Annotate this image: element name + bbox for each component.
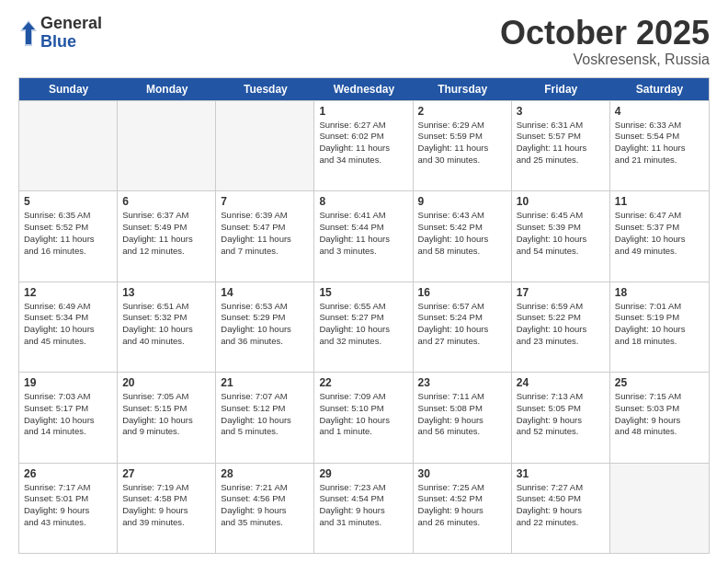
day-cell-9: 9Sunrise: 6:43 AM Sunset: 5:42 PM Daylig… [414,191,512,281]
day-info: Sunrise: 6:39 AM Sunset: 5:47 PM Dayligh… [221,210,309,257]
day-cell-10: 10Sunrise: 6:45 AM Sunset: 5:39 PM Dayli… [512,191,610,281]
day-number: 20 [122,376,210,389]
day-cell-29: 29Sunrise: 7:23 AM Sunset: 4:54 PM Dayli… [314,464,413,553]
day-cell-19: 19Sunrise: 7:03 AM Sunset: 5:17 PM Dayli… [19,373,118,462]
title-area: October 2025 Voskresensk, Russia [500,15,710,68]
day-cell-27: 27Sunrise: 7:19 AM Sunset: 4:58 PM Dayli… [118,464,216,553]
day-info: Sunrise: 6:33 AM Sunset: 5:54 PM Dayligh… [615,120,704,167]
calendar: SundayMondayTuesdayWednesdayThursdayFrid… [18,77,710,554]
day-info: Sunrise: 6:51 AM Sunset: 5:32 PM Dayligh… [122,301,210,348]
calendar-row-2: 5Sunrise: 6:35 AM Sunset: 5:52 PM Daylig… [19,190,709,281]
calendar-row-1: 1Sunrise: 6:27 AM Sunset: 6:02 PM Daylig… [19,100,709,190]
day-info: Sunrise: 7:11 AM Sunset: 5:08 PM Dayligh… [418,391,506,438]
day-info: Sunrise: 6:35 AM Sunset: 5:52 PM Dayligh… [24,210,112,257]
day-number: 13 [122,286,210,299]
day-cell-23: 23Sunrise: 7:11 AM Sunset: 5:08 PM Dayli… [414,373,512,462]
day-number: 17 [517,286,605,299]
day-cell-4: 4Sunrise: 6:33 AM Sunset: 5:54 PM Daylig… [610,101,709,190]
day-info: Sunrise: 7:03 AM Sunset: 5:17 PM Dayligh… [24,391,112,438]
day-cell-24: 24Sunrise: 7:13 AM Sunset: 5:05 PM Dayli… [512,373,610,462]
day-number: 27 [122,467,210,480]
day-info: Sunrise: 7:23 AM Sunset: 4:54 PM Dayligh… [319,482,407,529]
day-header-wednesday: Wednesday [314,78,413,100]
day-info: Sunrise: 7:09 AM Sunset: 5:10 PM Dayligh… [319,391,407,438]
day-number: 16 [418,286,506,299]
day-info: Sunrise: 6:45 AM Sunset: 5:39 PM Dayligh… [517,210,605,257]
day-info: Sunrise: 7:01 AM Sunset: 5:19 PM Dayligh… [615,301,704,348]
empty-cell-4-6 [610,464,709,553]
logo-blue-text: Blue [40,33,102,52]
day-cell-28: 28Sunrise: 7:21 AM Sunset: 4:56 PM Dayli… [216,464,314,553]
day-number: 21 [221,376,309,389]
day-header-friday: Friday [512,78,610,100]
day-number: 19 [24,376,112,389]
day-cell-5: 5Sunrise: 6:35 AM Sunset: 5:52 PM Daylig… [19,191,118,281]
day-cell-8: 8Sunrise: 6:41 AM Sunset: 5:44 PM Daylig… [314,191,413,281]
day-info: Sunrise: 7:13 AM Sunset: 5:05 PM Dayligh… [517,391,605,438]
logo: General Blue [18,15,102,52]
calendar-row-5: 26Sunrise: 7:17 AM Sunset: 5:01 PM Dayli… [19,463,709,553]
empty-cell-0-0 [19,101,118,190]
svg-marker-1 [20,20,37,46]
empty-cell-0-2 [216,101,314,190]
day-cell-1: 1Sunrise: 6:27 AM Sunset: 6:02 PM Daylig… [314,101,413,190]
logo-general-text: General [40,15,102,33]
day-cell-7: 7Sunrise: 6:39 AM Sunset: 5:47 PM Daylig… [216,191,314,281]
day-cell-13: 13Sunrise: 6:51 AM Sunset: 5:32 PM Dayli… [118,282,216,372]
day-number: 6 [122,195,210,208]
day-cell-31: 31Sunrise: 7:27 AM Sunset: 4:50 PM Dayli… [512,464,610,553]
day-number: 15 [319,286,407,299]
day-number: 18 [615,286,704,299]
empty-cell-0-1 [118,101,216,190]
day-number: 2 [418,105,506,118]
day-number: 14 [221,286,309,299]
day-number: 26 [24,467,112,480]
day-number: 30 [418,467,506,480]
day-info: Sunrise: 6:53 AM Sunset: 5:29 PM Dayligh… [221,301,309,348]
day-cell-30: 30Sunrise: 7:25 AM Sunset: 4:52 PM Dayli… [414,464,512,553]
day-info: Sunrise: 7:07 AM Sunset: 5:12 PM Dayligh… [221,391,309,438]
day-cell-17: 17Sunrise: 6:59 AM Sunset: 5:22 PM Dayli… [512,282,610,372]
day-info: Sunrise: 6:29 AM Sunset: 5:59 PM Dayligh… [418,120,506,167]
calendar-body: 1Sunrise: 6:27 AM Sunset: 6:02 PM Daylig… [19,100,709,553]
day-cell-2: 2Sunrise: 6:29 AM Sunset: 5:59 PM Daylig… [414,101,512,190]
day-info: Sunrise: 6:55 AM Sunset: 5:27 PM Dayligh… [319,301,407,348]
day-number: 22 [319,376,407,389]
day-info: Sunrise: 7:19 AM Sunset: 4:58 PM Dayligh… [122,482,210,529]
day-cell-14: 14Sunrise: 6:53 AM Sunset: 5:29 PM Dayli… [216,282,314,372]
day-info: Sunrise: 6:59 AM Sunset: 5:22 PM Dayligh… [517,301,605,348]
day-info: Sunrise: 6:49 AM Sunset: 5:34 PM Dayligh… [24,301,112,348]
day-cell-11: 11Sunrise: 6:47 AM Sunset: 5:37 PM Dayli… [610,191,709,281]
day-info: Sunrise: 6:41 AM Sunset: 5:44 PM Dayligh… [319,210,407,257]
day-info: Sunrise: 6:37 AM Sunset: 5:49 PM Dayligh… [122,210,210,257]
day-number: 8 [319,195,407,208]
day-cell-6: 6Sunrise: 6:37 AM Sunset: 5:49 PM Daylig… [118,191,216,281]
logo-icon [20,20,37,46]
day-number: 11 [615,195,704,208]
day-cell-18: 18Sunrise: 7:01 AM Sunset: 5:19 PM Dayli… [610,282,709,372]
day-number: 31 [517,467,605,480]
day-number: 9 [418,195,506,208]
day-info: Sunrise: 6:43 AM Sunset: 5:42 PM Dayligh… [418,210,506,257]
location: Voskresensk, Russia [500,52,710,68]
day-cell-3: 3Sunrise: 6:31 AM Sunset: 5:57 PM Daylig… [512,101,610,190]
day-info: Sunrise: 7:21 AM Sunset: 4:56 PM Dayligh… [221,482,309,529]
day-number: 29 [319,467,407,480]
month-title: October 2025 [500,15,710,52]
logo-text: General Blue [40,15,102,52]
header: General Blue October 2025 Voskresensk, R… [18,15,710,68]
day-number: 1 [319,105,407,118]
day-number: 28 [221,467,309,480]
day-info: Sunrise: 6:47 AM Sunset: 5:37 PM Dayligh… [615,210,704,257]
day-info: Sunrise: 7:05 AM Sunset: 5:15 PM Dayligh… [122,391,210,438]
day-cell-21: 21Sunrise: 7:07 AM Sunset: 5:12 PM Dayli… [216,373,314,462]
calendar-row-3: 12Sunrise: 6:49 AM Sunset: 5:34 PM Dayli… [19,282,709,372]
day-info: Sunrise: 7:25 AM Sunset: 4:52 PM Dayligh… [418,482,506,529]
day-header-monday: Monday [118,78,216,100]
day-number: 12 [24,286,112,299]
day-info: Sunrise: 6:57 AM Sunset: 5:24 PM Dayligh… [418,301,506,348]
day-number: 10 [517,195,605,208]
day-header-saturday: Saturday [610,78,709,100]
day-cell-16: 16Sunrise: 6:57 AM Sunset: 5:24 PM Dayli… [414,282,512,372]
day-number: 23 [418,376,506,389]
